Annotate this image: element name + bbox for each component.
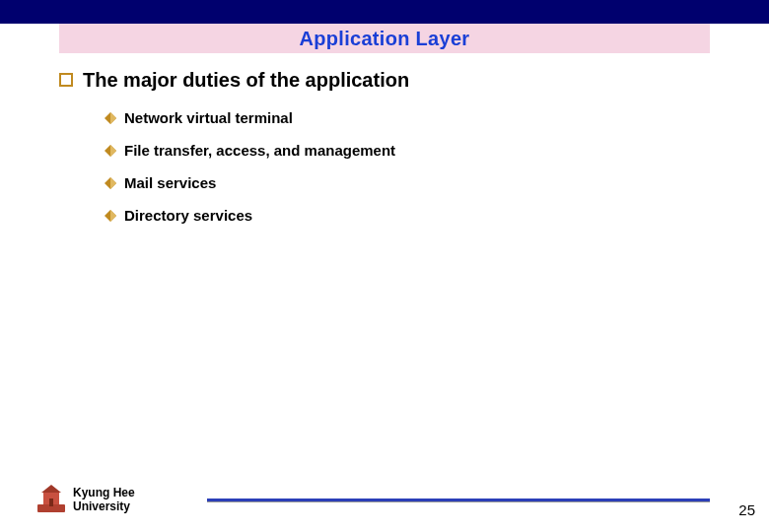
list-item: Mail services xyxy=(105,174,690,191)
slide: Application Layer The major duties of th… xyxy=(0,0,769,532)
university-logo-icon xyxy=(35,483,67,514)
footer-rule xyxy=(207,499,710,502)
square-bullet-icon xyxy=(59,73,73,87)
list-item-text: Network virtual terminal xyxy=(124,109,293,126)
list-item-text: File transfer, access, and management xyxy=(124,142,395,159)
svg-marker-10 xyxy=(41,485,61,493)
list-item-text: Directory services xyxy=(124,207,252,224)
diamond-bullet-icon xyxy=(105,210,116,222)
svg-marker-7 xyxy=(110,210,116,222)
university-line1: Kyung Hee xyxy=(73,487,135,500)
svg-marker-1 xyxy=(110,112,116,124)
svg-marker-3 xyxy=(110,145,116,157)
university-name: Kyung Hee University xyxy=(73,487,135,514)
footer: Kyung Hee University 25 xyxy=(0,473,769,520)
list-item-text: Mail services xyxy=(124,174,216,191)
page-number: 25 xyxy=(738,501,755,518)
diamond-bullet-icon xyxy=(105,145,116,157)
slide-title: Application Layer xyxy=(300,28,470,50)
title-bar: Application Layer xyxy=(59,24,710,53)
heading-row: The major duties of the application xyxy=(59,69,690,92)
list-item: Network virtual terminal xyxy=(105,109,690,126)
slide-body: The major duties of the application Netw… xyxy=(59,69,690,239)
diamond-bullet-icon xyxy=(105,177,116,189)
svg-marker-5 xyxy=(110,177,116,189)
university-line2: University xyxy=(73,500,135,514)
heading-text: The major duties of the application xyxy=(83,69,409,92)
svg-rect-11 xyxy=(49,499,53,506)
top-band xyxy=(0,0,769,24)
list-item: Directory services xyxy=(105,207,690,224)
diamond-bullet-icon xyxy=(105,112,116,124)
list-item: File transfer, access, and management xyxy=(105,142,690,159)
